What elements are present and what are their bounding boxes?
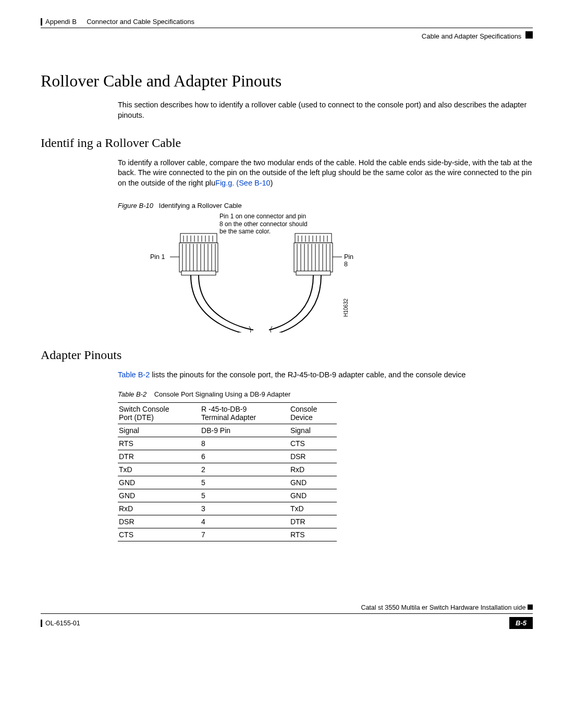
svg-rect-0 [180, 233, 217, 243]
footer-square-icon [528, 604, 533, 610]
adapter-paragraph: Table B-2 lists the pinouts for the cons… [118, 370, 533, 380]
table-row: CTS7RTS [118, 528, 337, 541]
rollover-cable-figure: Pin 1 on one connector and pin 8 on the … [118, 213, 358, 332]
svg-rect-1 [179, 243, 218, 272]
svg-rect-21 [181, 271, 216, 275]
svg-rect-43 [296, 271, 331, 275]
page-number-badge: B-5 [509, 617, 533, 629]
figure-art-id: H10632 [343, 299, 349, 317]
running-header: Appendi B Connector and Cable Specificat… [41, 18, 533, 28]
figure-note: Pin 1 on one connector and pin 8 on the … [219, 213, 308, 235]
col1-header: Switch ConsolePort (DTE) [118, 403, 200, 424]
header-accent-icon [41, 18, 42, 26]
figure-caption: Figure B-10 Identifying a Rollover Cable [118, 202, 533, 209]
figure-xref[interactable]: Fig.g. (See B-10 [215, 179, 271, 187]
page-title: Rollover Cable and Adapter Pinouts [41, 71, 533, 91]
book-title: Catal st 3550 Multila er Switch Hardware… [361, 604, 525, 611]
page-footer: Catal st 3550 Multila er Switch Hardware… [41, 604, 533, 629]
page: Appendi B Connector and Cable Specificat… [0, 0, 563, 650]
svg-rect-23 [294, 243, 333, 272]
table-row: DTR6DSR [118, 450, 337, 463]
footer-accent-icon [41, 620, 42, 627]
col2-header: R -45-to-DB-9Terminal Adapter [200, 403, 289, 424]
doc-number: OL-6155-01 [45, 620, 80, 627]
pin1-label: Pin 1 [150, 253, 165, 261]
header-square-icon [525, 31, 533, 39]
table-row: GND5GND [118, 489, 337, 502]
table-row: GND5GND [118, 476, 337, 489]
pinout-table: Switch ConsolePort (DTE) R -45-to-DB-9Te… [118, 402, 337, 541]
appendix-label: Appendi B [45, 18, 77, 26]
identify-paragraph: To identify a rollover cable, compare th… [118, 158, 533, 189]
table-row: TxD2RxD [118, 463, 337, 476]
section-heading-identify: Identif ing a Rollover Cable [41, 136, 533, 150]
section-breadcrumb: Cable and Adapter Specifications [422, 32, 522, 40]
appendix-title: Connector and Cable Specifications [87, 18, 194, 26]
table-caption: Table B-2 Console Port Signaling Using a… [118, 390, 533, 398]
section-heading-adapter: Adapter Pinouts [41, 348, 533, 362]
table-row: RTS8CTS [118, 437, 337, 450]
table-subheader: Signal DB-9 Pin Signal [118, 424, 337, 437]
col3-header: ConsoleDevice [289, 403, 337, 424]
table-xref[interactable]: Table B-2 [118, 371, 150, 379]
table-row: RxD3TxD [118, 502, 337, 515]
pin8-label: Pin 8 [344, 253, 358, 268]
intro-paragraph: This section describes how to identify a… [118, 100, 533, 120]
table-row: DSR4DTR [118, 515, 337, 528]
